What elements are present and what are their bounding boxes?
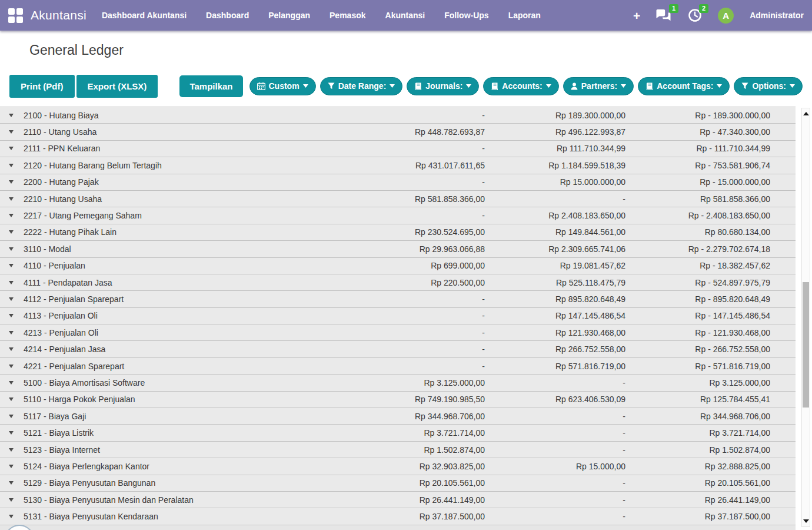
plus-icon[interactable]: + [633, 9, 640, 22]
vertical-scrollbar[interactable] [801, 108, 810, 527]
nav-item-akuntansi[interactable]: Akuntansi [385, 11, 425, 20]
export-xlsx-button[interactable]: Export (XLSX) [76, 75, 158, 98]
credit-cell: Rp 149.844.561,00 [485, 227, 625, 237]
scrollbar-thumb[interactable] [803, 282, 809, 408]
table-row-partial [0, 525, 796, 530]
table-row[interactable]: 5130 - Biaya Penyusutan Mesin dan Perala… [0, 492, 796, 508]
row-expand-button[interactable] [0, 365, 24, 368]
row-expand-button[interactable] [0, 180, 24, 184]
row-expand-button[interactable] [0, 264, 24, 267]
apply-button[interactable]: Tampilkan [179, 75, 242, 97]
filter-accounts[interactable]: Accounts: [483, 77, 558, 95]
credit-cell: Rp 15.000.000,00 [485, 177, 625, 187]
table-row[interactable]: 5123 - Biaya Internet Rp 1.502.874,00 - … [0, 442, 796, 458]
credit-cell: Rp 2.309.665.741,06 [485, 244, 625, 254]
row-expand-button[interactable] [0, 214, 24, 217]
row-expand-button[interactable] [0, 247, 24, 251]
row-expand-button[interactable] [0, 415, 24, 418]
table-row[interactable]: 2111 - PPN Keluaran - Rp 111.710.344,99 … [0, 141, 796, 157]
row-expand-button[interactable] [0, 230, 24, 234]
book-icon [414, 82, 422, 90]
debit-cell: - [344, 328, 485, 337]
row-expand-button[interactable] [0, 297, 24, 301]
activities-badge: 2 [699, 4, 708, 13]
row-expand-button[interactable] [0, 448, 24, 452]
table-row[interactable]: 5110 - Harga Pokok Penjualan Rp 749.190.… [0, 392, 796, 408]
row-expand-button[interactable] [0, 347, 24, 351]
table-row[interactable]: 2200 - Hutang Pajak - Rp 15.000.000,00 R… [0, 174, 796, 191]
table-row[interactable]: 4221 - Penjualan Sparepart - Rp 571.816.… [0, 358, 796, 375]
table-row[interactable]: 4110 - Penjualan Rp 699.000,00 Rp 19.081… [0, 258, 796, 274]
table-row[interactable]: 5121 - Biaya Listrik Rp 3.721.714,00 - R… [0, 425, 796, 441]
nav-item-pelanggan[interactable]: Pelanggan [268, 11, 310, 20]
toolbar: Print (Pdf) Export (XLSX) Tampilkan Cust… [0, 74, 812, 98]
apps-grid-icon[interactable] [8, 8, 23, 23]
nav-item-follow-ups[interactable]: Follow-Ups [444, 11, 488, 20]
row-expand-button[interactable] [0, 147, 24, 150]
filter-custom[interactable]: Custom [249, 77, 316, 95]
table-row[interactable]: 3110 - Modal Rp 29.963.066,88 Rp 2.309.6… [0, 241, 796, 257]
table-row[interactable]: 4111 - Pendapatan Jasa Rp 220.500,00 Rp … [0, 274, 796, 291]
filter-label: Accounts: [502, 81, 542, 91]
chevron-down-icon [9, 415, 14, 418]
nav-item-dashboard-akuntansi[interactable]: Dashboard Akuntansi [102, 11, 187, 20]
table-row[interactable]: 5131 - Biaya Penyusutan Kendaraan Rp 37.… [0, 508, 796, 525]
filter-journals[interactable]: Journals: [407, 77, 479, 95]
table-row[interactable]: 2120 - Hutang Barang Belum Tertagih Rp 4… [0, 157, 796, 174]
table-row[interactable]: 2217 - Utang Pemegang Saham - Rp 2.408.1… [0, 207, 796, 224]
filter-date-range[interactable]: Date Range: [320, 77, 403, 95]
credit-cell: Rp 19.081.457,62 [485, 261, 625, 270]
messages-button[interactable]: 1 [656, 8, 672, 22]
row-expand-button[interactable] [0, 498, 24, 502]
filter-partners[interactable]: Partners: [563, 77, 634, 95]
filter-options[interactable]: Options: [734, 77, 803, 95]
table-row[interactable]: 2100 - Hutang Biaya - Rp 189.300.000,00 … [0, 107, 796, 124]
table-row[interactable]: 5117 - Biaya Gaji Rp 344.968.706,00 - Rp… [0, 408, 796, 425]
avatar[interactable]: A [718, 8, 734, 24]
activities-button[interactable]: 2 [688, 8, 702, 22]
table-row[interactable]: 4112 - Penjualan Sparepart - Rp 895.820.… [0, 291, 796, 307]
filter-account-tags[interactable]: Account Tags: [638, 77, 730, 95]
table-row[interactable]: 2110 - Utang Usaha Rp 448.782.693,87 Rp … [0, 124, 796, 140]
scroll-up-button[interactable] [802, 110, 810, 118]
row-expand-button[interactable] [0, 130, 24, 134]
row-expand-button[interactable] [0, 114, 24, 117]
row-expand-button[interactable] [0, 515, 24, 518]
table-row[interactable]: 2222 - Hutang Pihak Lain Rp 230.524.695,… [0, 224, 796, 241]
table-row[interactable]: 2210 - Hutang Usaha Rp 581.858.366,00 - … [0, 191, 796, 207]
row-expand-button[interactable] [0, 381, 24, 385]
account-name-cell: 2210 - Hutang Usaha [24, 194, 344, 204]
row-expand-button[interactable] [0, 481, 24, 485]
row-expand-button[interactable] [0, 314, 24, 317]
credit-cell: - [485, 478, 625, 488]
brand-name[interactable]: Akuntansi [31, 8, 86, 22]
debit-cell: - [344, 177, 485, 187]
nav-item-pemasok[interactable]: Pemasok [330, 11, 365, 20]
nav-item-laporan[interactable]: Laporan [508, 11, 541, 20]
filter-label: Partners: [581, 81, 617, 91]
balance-cell: Rp - 121.930.468,00 [625, 328, 770, 337]
row-expand-button[interactable] [0, 197, 24, 201]
row-expand-button[interactable] [0, 281, 24, 284]
balance-cell: Rp - 147.145.486,54 [625, 311, 770, 320]
balance-cell: Rp - 895.820.648,49 [625, 294, 770, 304]
app-brand[interactable]: Akuntansi [8, 8, 86, 23]
user-menu[interactable]: Administrator [750, 11, 804, 20]
debit-cell: Rp 344.968.706,00 [344, 412, 485, 421]
nav-item-dashboard[interactable]: Dashboard [206, 11, 249, 20]
row-expand-button[interactable] [0, 331, 24, 334]
row-expand-button[interactable] [0, 398, 24, 401]
scroll-down-button[interactable] [802, 517, 810, 525]
table-row[interactable]: 4214 - Penjualan Jasa - Rp 266.752.558,0… [0, 341, 796, 357]
caret-down-icon [303, 84, 308, 88]
table-row[interactable]: 5100 - Biaya Amortisasi Software Rp 3.12… [0, 375, 796, 391]
row-expand-button[interactable] [0, 431, 24, 435]
row-expand-button[interactable] [0, 465, 24, 468]
print-pdf-button[interactable]: Print (Pdf) [9, 75, 75, 98]
balance-cell: Rp 3.721.714,00 [625, 428, 770, 438]
table-row[interactable]: 5129 - Biaya Penyusutan Bangunan Rp 20.1… [0, 475, 796, 492]
table-row[interactable]: 4113 - Penjualan Oli - Rp 147.145.486,54… [0, 308, 796, 324]
table-row[interactable]: 4213 - Penjualan Oli - Rp 121.930.468,00… [0, 324, 796, 341]
row-expand-button[interactable] [0, 164, 24, 167]
table-row[interactable]: 5124 - Biaya Perlengkapan Kantor Rp 32.9… [0, 458, 796, 475]
